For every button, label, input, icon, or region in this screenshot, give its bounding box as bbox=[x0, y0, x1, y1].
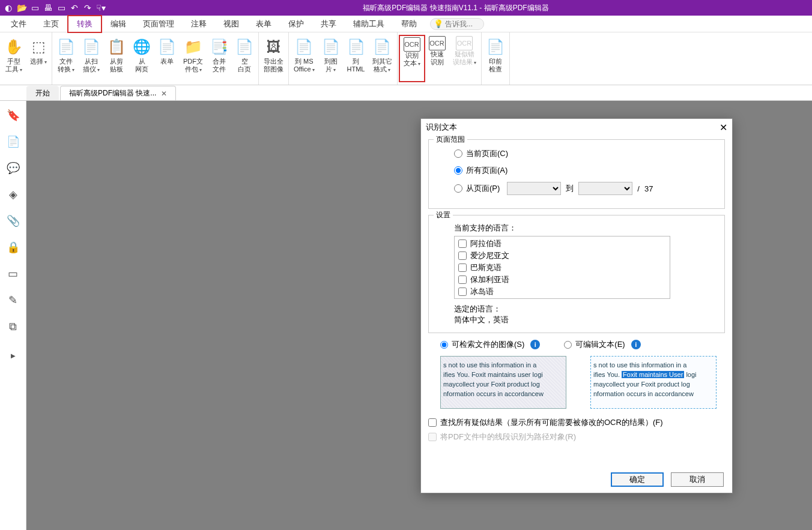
menu-item-0[interactable]: 文件 bbox=[2, 16, 35, 32]
menu-item-1[interactable]: 主页 bbox=[35, 16, 67, 32]
signature-icon[interactable]: ✎ bbox=[6, 293, 20, 307]
radio-all-pages[interactable] bbox=[454, 166, 462, 175]
to-html-icon: 📄 bbox=[347, 36, 365, 58]
menu-item-5[interactable]: 注释 bbox=[183, 16, 215, 32]
ribbon-from-web[interactable]: 🌐从 网页 bbox=[129, 35, 154, 82]
hand-icon: ✋ bbox=[5, 36, 23, 58]
ribbon-ocr-quick[interactable]: OCR快速 识别 bbox=[425, 35, 449, 82]
menu-item-2[interactable]: 转换 bbox=[67, 15, 102, 33]
ocr-quick-icon: OCR bbox=[429, 36, 446, 50]
language-listbox[interactable]: 阿拉伯语爱沙尼亚文巴斯克语保加利亚语冰岛语波兰语 bbox=[454, 236, 670, 299]
page-range-legend: 页面范围 bbox=[434, 136, 467, 145]
ok-button[interactable]: 确定 bbox=[611, 472, 664, 487]
settings-group: 设置 当前支持的语言： 阿拉伯语爱沙尼亚文巴斯克语保加利亚语冰岛语波兰语 选定的… bbox=[428, 215, 725, 333]
menu-item-3[interactable]: 编辑 bbox=[102, 16, 135, 32]
file-convert-label: 文件 转换 bbox=[58, 58, 74, 74]
ribbon-from-clip[interactable]: 📋从剪 贴板 bbox=[104, 35, 129, 82]
ribbon-group: 🖼导出全 部图像 bbox=[259, 32, 289, 85]
doc-tab-1[interactable]: 福昕高级PDF编辑器 快速...✕ bbox=[60, 86, 176, 100]
ribbon-to-html[interactable]: 📄到 HTML bbox=[344, 35, 369, 82]
form-panel-icon[interactable]: ▭ bbox=[6, 267, 20, 281]
email-icon[interactable]: ▭ bbox=[56, 3, 66, 13]
lang-option[interactable]: 波兰语 bbox=[456, 298, 668, 299]
form-label: 表单 bbox=[160, 58, 174, 65]
menu-item-10[interactable]: 辅助工具 bbox=[345, 16, 393, 32]
close-icon[interactable]: ✕ bbox=[720, 122, 727, 133]
check-find-suspects[interactable] bbox=[428, 418, 437, 427]
ribbon-export-img[interactable]: 🖼导出全 部图像 bbox=[260, 35, 287, 82]
ribbon-from-scan[interactable]: 📄从扫 描仪 bbox=[79, 35, 104, 82]
lang-label: 阿拉伯语 bbox=[470, 238, 501, 249]
menu-item-6[interactable]: 视图 bbox=[215, 16, 247, 32]
lang-option[interactable]: 保加利亚语 bbox=[456, 274, 668, 286]
export-img-label: 导出全 部图像 bbox=[264, 58, 283, 73]
ribbon-hand[interactable]: ✋手型 工具 bbox=[1, 35, 26, 82]
lang-label: 巴斯克语 bbox=[470, 262, 501, 273]
lang-checkbox[interactable] bbox=[458, 251, 467, 260]
info-icon[interactable]: i bbox=[530, 340, 540, 349]
info-icon[interactable]: i bbox=[631, 340, 641, 349]
menu-item-4[interactable]: 页面管理 bbox=[135, 16, 183, 32]
cancel-button[interactable]: 取消 bbox=[671, 472, 724, 487]
attach-icon[interactable]: 📎 bbox=[6, 214, 20, 228]
ribbon-file-convert[interactable]: 📄文件 转换 bbox=[53, 35, 79, 82]
ribbon-form[interactable]: 📄表单 bbox=[154, 35, 180, 82]
security-icon[interactable]: 🔒 bbox=[6, 240, 20, 254]
lang-checkbox[interactable] bbox=[458, 288, 467, 296]
lang-option[interactable]: 爱沙尼亚文 bbox=[456, 250, 668, 262]
comment-icon[interactable]: 💬 bbox=[6, 161, 20, 175]
ribbon-to-other[interactable]: 📄到其它 格式 bbox=[369, 35, 396, 82]
ribbon-to-ms[interactable]: 📄到 MS Office bbox=[290, 35, 318, 82]
radio-current-page[interactable] bbox=[454, 149, 462, 158]
radio-from-page[interactable] bbox=[454, 184, 462, 193]
ribbon-preflight[interactable]: 📄印前 检查 bbox=[483, 35, 508, 82]
lang-option[interactable]: 阿拉伯语 bbox=[456, 238, 668, 250]
to-label: 到 bbox=[566, 183, 574, 194]
label-all-pages: 所有页面(A) bbox=[466, 165, 507, 176]
lang-label: 波兰语 bbox=[470, 298, 494, 299]
pages-icon[interactable]: 📄 bbox=[6, 134, 20, 149]
touch-icon[interactable]: ☟▾ bbox=[96, 3, 106, 13]
lang-checkbox[interactable] bbox=[458, 239, 467, 248]
bookmark-icon[interactable]: 🔖 bbox=[6, 108, 20, 122]
menu-item-7[interactable]: 表单 bbox=[247, 16, 280, 32]
lang-checkbox[interactable] bbox=[458, 276, 467, 284]
menu-item-8[interactable]: 保护 bbox=[280, 16, 312, 32]
from-page-combo[interactable] bbox=[507, 182, 561, 195]
save-icon[interactable]: ▭ bbox=[30, 3, 40, 13]
lang-option[interactable]: 冰岛语 bbox=[456, 286, 668, 298]
file-convert-icon: 📄 bbox=[57, 36, 75, 58]
from-scan-label: 从扫 描仪 bbox=[83, 58, 100, 74]
print-icon[interactable]: 🖶 bbox=[43, 3, 53, 13]
undo-icon[interactable]: ↶ bbox=[70, 3, 79, 13]
doc-tab-0[interactable]: 开始 bbox=[26, 86, 59, 100]
to-page-combo[interactable] bbox=[578, 182, 632, 195]
ribbon-to-img[interactable]: 📄到图 片 bbox=[318, 35, 344, 82]
ocr-suspect-icon: OCR bbox=[456, 36, 473, 50]
ribbon-select[interactable]: ⬚选择 bbox=[26, 35, 50, 82]
ribbon-pdf-pkg[interactable]: 📁PDF文 件包 bbox=[180, 35, 207, 82]
radio-searchable[interactable] bbox=[440, 341, 448, 349]
expand-icon[interactable]: ▶ bbox=[6, 348, 20, 363]
ribbon-ocr-text[interactable]: OCR识别 文本 bbox=[399, 35, 425, 82]
menu-item-11[interactable]: 帮助 bbox=[393, 16, 425, 32]
lang-label: 爱沙尼亚文 bbox=[470, 250, 509, 261]
tab-label: 开始 bbox=[35, 88, 50, 98]
radio-searchable-row[interactable]: 可检索文件的图像(S) i bbox=[440, 339, 540, 350]
lang-checkbox[interactable] bbox=[458, 263, 467, 272]
ribbon-merge[interactable]: 📑合并 文件 bbox=[207, 35, 232, 82]
layers-icon[interactable]: ◈ bbox=[6, 187, 20, 202]
ribbon-blank[interactable]: 📄空 白页 bbox=[232, 35, 257, 82]
settings-legend: 设置 bbox=[434, 210, 453, 220]
tab-close-icon[interactable]: ✕ bbox=[161, 89, 167, 98]
open-icon[interactable]: 📂 bbox=[17, 3, 26, 13]
search-box[interactable]: 💡 bbox=[430, 18, 484, 30]
to-ms-icon: 📄 bbox=[295, 36, 313, 58]
snapshot-icon[interactable]: ⧉ bbox=[6, 319, 20, 334]
radio-editable[interactable] bbox=[564, 341, 572, 349]
menu-item-9[interactable]: 共享 bbox=[312, 16, 345, 32]
ribbon-group: OCR识别 文本OCR快速 识别OCR疑似错 误结果 bbox=[398, 32, 482, 85]
redo-icon[interactable]: ↷ bbox=[83, 3, 92, 13]
lang-option[interactable]: 巴斯克语 bbox=[456, 262, 668, 274]
radio-editable-row[interactable]: 可编辑文本(E) i bbox=[564, 339, 640, 350]
